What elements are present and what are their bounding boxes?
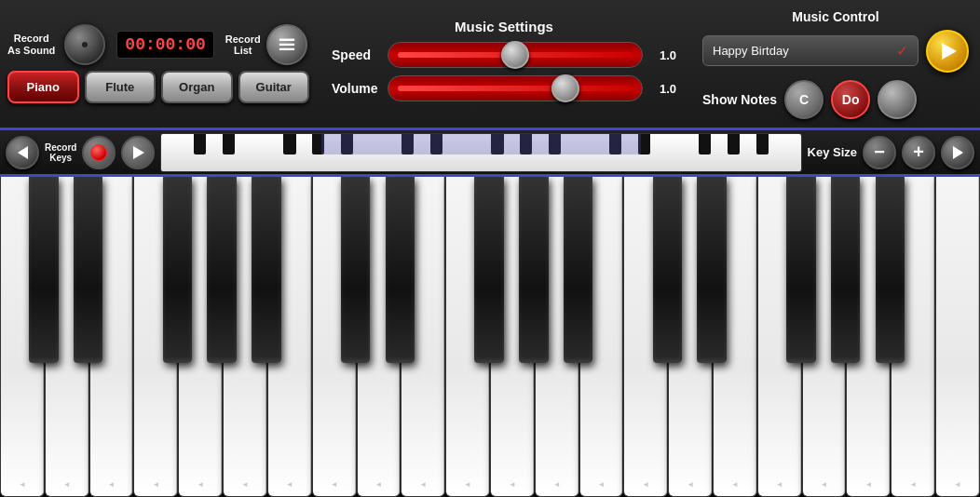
black-key[interactable] (519, 177, 549, 363)
record-keys-label-line1: Record (45, 142, 76, 153)
record-as-sound-section: Record As Sound (7, 33, 55, 57)
volume-track (398, 86, 633, 91)
play-button-small[interactable] (121, 136, 155, 169)
black-key[interactable] (831, 177, 861, 363)
keys-container (0, 177, 980, 497)
record-keys-bar: Record Keys (0, 130, 980, 177)
speed-row: Speed 1.0 (332, 42, 676, 68)
white-key[interactable] (935, 177, 980, 497)
black-key[interactable] (653, 177, 683, 363)
black-key[interactable] (252, 177, 281, 363)
black-key[interactable] (697, 177, 727, 363)
flute-button[interactable]: Flute (85, 71, 157, 103)
mini-black-keys (161, 134, 800, 154)
record-list-button[interactable] (266, 24, 307, 65)
svg-rect-1 (279, 44, 294, 46)
check-icon: ✓ (896, 42, 908, 60)
black-key[interactable] (386, 177, 415, 363)
record-as-sound-line1: Record (14, 33, 49, 45)
show-notes-row: Show Notes C Do (702, 80, 969, 119)
speed-value: 1.0 (650, 48, 676, 62)
scroll-left-button[interactable] (6, 136, 39, 169)
left-section: Record As Sound 00:00:00 Record List (0, 19, 317, 109)
black-key[interactable] (474, 177, 504, 363)
music-settings-section: Music Settings Speed 1.0 Volume 1.0 (317, 11, 691, 116)
play-button-large[interactable] (926, 30, 969, 73)
highlighted-region (321, 134, 641, 154)
record-button[interactable] (82, 136, 116, 169)
black-key[interactable] (74, 177, 103, 363)
black-key[interactable] (341, 177, 371, 363)
top-bar: Record As Sound 00:00:00 Record List (0, 0, 980, 130)
volume-slider[interactable] (388, 75, 643, 101)
notes-knob[interactable] (878, 80, 917, 119)
black-key[interactable] (876, 177, 905, 363)
note-c-button[interactable]: C (784, 80, 823, 119)
record-dot-icon (90, 144, 107, 161)
record-row: Record As Sound 00:00:00 Record List (7, 24, 309, 65)
music-settings-title: Music Settings (455, 19, 553, 34)
scroll-right-button[interactable] (941, 136, 974, 169)
black-key[interactable] (564, 177, 593, 363)
guitar-button[interactable]: Guitar (238, 71, 310, 103)
svg-rect-2 (279, 48, 294, 50)
speed-thumb[interactable] (501, 41, 529, 69)
volume-row: Volume 1.0 (332, 75, 676, 101)
record-list-section: Record List (225, 34, 261, 56)
speed-label: Speed (332, 47, 388, 62)
mini-piano-strip (160, 133, 801, 172)
record-keys-label-line2: Keys (49, 153, 72, 163)
selected-song: Happy Birtday (713, 44, 789, 58)
black-key[interactable] (207, 177, 237, 363)
timer-display: 00:00:00 (116, 31, 213, 59)
show-notes-label: Show Notes (702, 92, 777, 107)
note-do-button[interactable]: Do (831, 80, 870, 119)
svg-rect-0 (279, 39, 294, 41)
play-small-icon (133, 146, 144, 159)
volume-thumb[interactable] (551, 74, 579, 102)
song-dropdown[interactable]: Happy Birtday ✓ (702, 35, 919, 66)
key-size-label: Key Size (808, 145, 857, 159)
volume-value: 1.0 (650, 82, 676, 96)
black-key[interactable] (163, 177, 193, 363)
speed-slider[interactable] (388, 42, 643, 68)
volume-label: Volume (332, 81, 388, 96)
key-size-increase-button[interactable]: + (902, 136, 935, 169)
record-as-sound-line2: As Sound (7, 45, 55, 57)
song-row: Happy Birtday ✓ (702, 30, 969, 73)
key-size-decrease-button[interactable]: − (863, 136, 896, 169)
piano-keyboard (0, 177, 980, 497)
play-triangle-icon (942, 43, 957, 60)
record-list-line1: Record (225, 34, 261, 45)
record-keys-section: Record Keys (45, 142, 76, 163)
black-key[interactable] (786, 177, 816, 363)
music-control-section: Music Control Happy Birtday ✓ Show Notes… (691, 4, 980, 125)
organ-button[interactable]: Organ (161, 71, 233, 103)
piano-button[interactable]: Piano (7, 71, 79, 103)
music-control-title: Music Control (702, 9, 969, 24)
black-key[interactable] (29, 177, 59, 363)
record-as-sound-knob[interactable] (64, 24, 105, 65)
instrument-buttons: Piano Flute Organ Guitar (7, 71, 309, 103)
record-list-line2: List (234, 45, 252, 56)
